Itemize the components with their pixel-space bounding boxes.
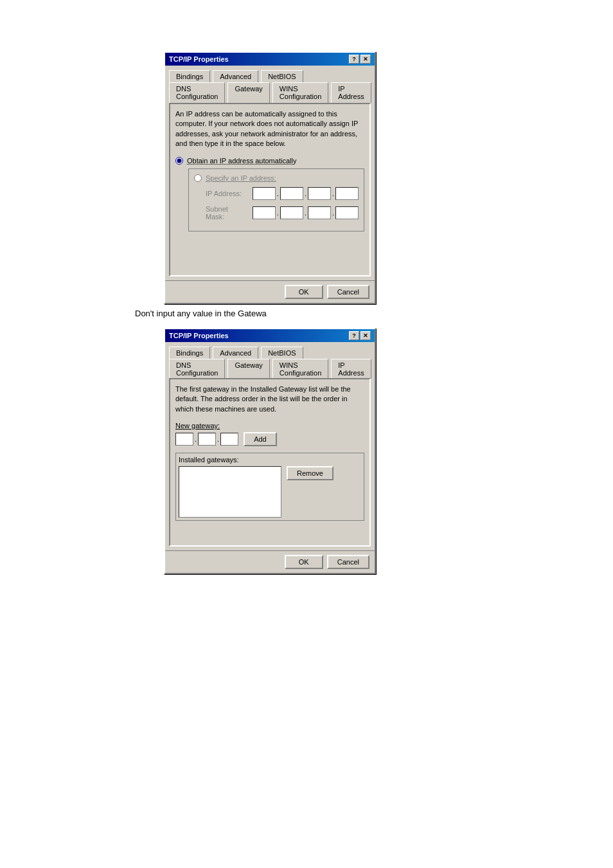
tab-bindings-1[interactable]: Bindings — [169, 70, 210, 82]
tab-ipaddress-1[interactable]: IP Address — [331, 82, 371, 104]
gateway-input-row: . . Add — [175, 432, 364, 446]
specify-address-group: Specify an IP address: IP Address: . . . — [188, 168, 364, 231]
ip-address-label: IP Address: — [206, 190, 249, 197]
subnet-octet3[interactable] — [308, 206, 331, 219]
radio-item-specify: Specify an IP address: — [194, 174, 359, 182]
tab-netbios-2[interactable]: NetBIOS — [261, 347, 303, 359]
dialog2-description: The first gateway in the Installed Gatew… — [175, 384, 364, 414]
dialog1-title: TCP/IP Properties — [169, 55, 349, 63]
radio-specify[interactable] — [194, 174, 202, 182]
tab-wins-1[interactable]: WINS Configuration — [272, 82, 328, 104]
gateway-listbox[interactable] — [179, 466, 281, 518]
subnet-octet2[interactable] — [280, 206, 303, 219]
dialog1-footer: OK Cancel — [165, 280, 375, 303]
tabs-row1-dialog1: Bindings Advanced NetBIOS — [169, 69, 371, 82]
titlebar-2: TCP/IP Properties ? ✕ — [165, 329, 375, 342]
subnet-mask-label: Subnet Mask: — [206, 205, 249, 221]
remove-button[interactable]: Remove — [287, 466, 333, 480]
tab-pane-gateway: The first gateway in the Installed Gatew… — [169, 378, 371, 547]
dialog1-content: Bindings Advanced NetBIOS DNS Configurat… — [165, 66, 375, 280]
dialog2-content: Bindings Advanced NetBIOS DNS Configurat… — [165, 342, 375, 550]
cancel-button-1[interactable]: Cancel — [327, 285, 369, 299]
radio-specify-label[interactable]: Specify an IP address: — [206, 174, 276, 182]
titlebar-1: TCP/IP Properties ? ✕ — [165, 53, 375, 66]
new-gateway-section: New gateway: . . Add — [175, 422, 364, 446]
tab-pane-ipaddress: An IP address can be automatically assig… — [169, 103, 371, 276]
help-button-2[interactable]: ? — [349, 331, 359, 340]
gateway-inputs: . . — [175, 433, 238, 446]
spacer-1 — [175, 231, 364, 270]
dialog2-title: TCP/IP Properties — [169, 332, 349, 339]
radio-auto[interactable] — [175, 157, 183, 165]
gateway-side-buttons: Remove — [287, 466, 333, 518]
tab-dns-2[interactable]: DNS Configuration — [169, 359, 225, 379]
installed-gateways-group: Installed gateways: Remove — [175, 453, 364, 521]
between-text: Don't input any value in the Gatewa — [135, 309, 267, 318]
tabs-row2-dialog1: DNS Configuration Gateway WINS Configura… — [169, 82, 371, 104]
installed-gateways-content: Remove — [179, 466, 361, 518]
ok-button-2[interactable]: OK — [285, 555, 323, 569]
tab-ipaddress-2[interactable]: IP Address — [331, 359, 371, 379]
gateway-octet1[interactable] — [175, 433, 193, 446]
page-container: TCP/IP Properties ? ✕ Bindings Advanced … — [0, 0, 613, 868]
tab-advanced-1[interactable]: Advanced — [213, 70, 258, 82]
tab-wins-2[interactable]: WINS Configuration — [272, 359, 328, 379]
radio-auto-label[interactable]: Obtain an IP address automatically — [187, 157, 296, 165]
subnet-octet4[interactable] — [335, 206, 359, 219]
tab-gateway-1[interactable]: Gateway — [227, 82, 269, 104]
ip-octet3[interactable] — [308, 187, 331, 200]
tab-advanced-2[interactable]: Advanced — [213, 347, 258, 359]
gateway-octet2[interactable] — [198, 433, 216, 446]
tab-gateway-2[interactable]: Gateway — [227, 359, 269, 379]
dialog-tcpip-gateway: TCP/IP Properties ? ✕ Bindings Advanced … — [164, 328, 376, 574]
ip-octet2[interactable] — [280, 187, 303, 200]
close-button-2[interactable]: ✕ — [360, 331, 371, 340]
add-button[interactable]: Add — [244, 432, 277, 446]
cancel-button-2[interactable]: Cancel — [327, 555, 369, 569]
subnet-octet1[interactable] — [253, 206, 276, 219]
new-gateway-label: New gateway: — [175, 422, 364, 429]
tab-netbios-1[interactable]: NetBIOS — [261, 70, 303, 82]
titlebar-buttons-2: ? ✕ — [349, 331, 371, 340]
radio-item-auto: Obtain an IP address automatically — [175, 157, 364, 165]
ip-address-row: IP Address: . . . — [206, 187, 359, 200]
dialog1-description: An IP address can be automatically assig… — [175, 109, 364, 149]
subnet-mask-row: Subnet Mask: . . . — [206, 205, 359, 221]
close-button-1[interactable]: ✕ — [360, 55, 371, 64]
dialog2-footer: OK Cancel — [165, 550, 375, 573]
ip-octet4[interactable] — [335, 187, 359, 200]
ok-button-1[interactable]: OK — [285, 285, 323, 299]
ip-octet1[interactable] — [253, 187, 276, 200]
dialog-tcpip-ipaddress: TCP/IP Properties ? ✕ Bindings Advanced … — [164, 51, 376, 304]
tabs-row2-dialog2: DNS Configuration Gateway WINS Configura… — [169, 358, 371, 379]
spacer-2 — [175, 521, 364, 540]
titlebar-buttons-1: ? ✕ — [349, 55, 371, 64]
tab-dns-1[interactable]: DNS Configuration — [169, 82, 225, 104]
gateway-octet3[interactable] — [220, 433, 238, 446]
tab-bindings-2[interactable]: Bindings — [169, 347, 210, 359]
help-button-1[interactable]: ? — [349, 55, 359, 64]
installed-gateways-label: Installed gateways: — [179, 456, 361, 464]
ip-address-fields: . . . — [253, 187, 359, 200]
subnet-mask-fields: . . . — [253, 206, 359, 219]
tabs-row1-dialog2: Bindings Advanced NetBIOS — [169, 346, 371, 358]
